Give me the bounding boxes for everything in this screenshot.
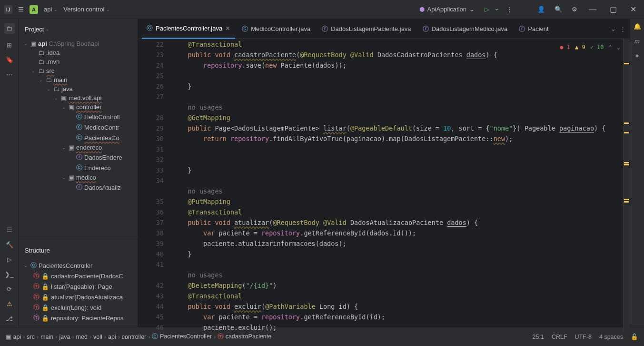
tree-item[interactable]: ⌄▣medico	[21, 173, 136, 182]
file-icon: ⓒ	[147, 24, 153, 32]
vcs-dropdown[interactable]: Version control ⌄	[63, 6, 110, 13]
ai-assistant-icon[interactable]: ✦	[632, 52, 643, 60]
close-button[interactable]: ✕	[626, 5, 640, 14]
structure-item[interactable]: ⓜ🔒atualizar(DadosAtualizaca	[21, 292, 136, 302]
debug-button[interactable]: ⌁	[495, 6, 499, 13]
run-tool-icon[interactable]: ▷	[4, 256, 15, 263]
maven-icon[interactable]: m	[632, 38, 643, 45]
spring-icon: ⬢	[419, 6, 425, 13]
structure-item[interactable]: ⓜ🔒listar(Pageable): Page	[21, 281, 136, 292]
structure-tool-icon[interactable]: ⊞	[4, 41, 15, 49]
indent-info[interactable]: 4 spaces	[599, 334, 623, 340]
breadcrumb-item[interactable]: src	[27, 334, 35, 340]
file-icon: ⓒ	[242, 25, 248, 33]
breadcrumb-item[interactable]: api	[108, 334, 116, 340]
typo-count: ✓ 10	[590, 42, 604, 52]
structure-item[interactable]: ⓜ🔒cadastroPaciente(DadosC	[21, 271, 136, 281]
project-panel-header[interactable]: Project ⌄	[19, 19, 138, 39]
maximize-button[interactable]: ▢	[606, 5, 621, 14]
breadcrumb-item[interactable]: ▣ api	[6, 333, 21, 340]
breadcrumb-item[interactable]: ⓒ PacientesController	[152, 333, 212, 341]
file-encoding[interactable]: UTF-8	[575, 334, 592, 340]
editor-tab[interactable]: ⓡPacient	[514, 19, 553, 39]
error-count: ● 1	[560, 42, 570, 52]
file-icon: ⓡ	[322, 25, 328, 33]
tree-item[interactable]: ⌄🗀java	[21, 84, 136, 93]
tree-item[interactable]: ⌄🗀src	[21, 66, 136, 75]
project-tree[interactable]: ⌄ ▣ api C:\Spring Boot\api 🗀.idea 🗀.mvn⌄…	[19, 39, 138, 240]
structure-item[interactable]: ⓜ🔒excluir(Long): void	[21, 302, 136, 313]
problems-tool-icon[interactable]: ⚠	[4, 300, 15, 307]
git-tool-icon[interactable]: ⎇	[4, 315, 15, 322]
project-name: api	[44, 6, 52, 13]
file-icon: ⓡ	[519, 25, 525, 33]
tree-item[interactable]: ⌄▣endereco	[21, 143, 136, 152]
todo-tool-icon[interactable]: ☰	[4, 226, 15, 234]
tree-item[interactable]: ⌄▣med.voll.api	[21, 93, 136, 102]
structure-item[interactable]: ⓜ🔒repository: PacienteRepos	[21, 313, 136, 323]
tree-item[interactable]: ⓡDadosEndere	[21, 152, 136, 163]
code-editor[interactable]: ● 1 ▲ 9 ✓ 10 ⌃ ⌄ 22232425262728293031323…	[138, 39, 630, 333]
chevron-down-icon: ⌄	[54, 7, 58, 12]
terminal-tool-icon[interactable]: ❯_	[4, 271, 15, 278]
main-menu-icon[interactable]: ☰	[18, 6, 24, 13]
breadcrumb-item[interactable]: main	[40, 334, 53, 340]
project-tool-icon[interactable]: 🗀	[4, 23, 15, 34]
editor-tab[interactable]: ⓒPacientesController.java✕	[142, 19, 235, 39]
warning-count: ▲ 9	[575, 42, 585, 52]
caret-position[interactable]: 25:1	[533, 334, 544, 340]
breadcrumb-item[interactable]: med	[76, 334, 88, 340]
code-with-me-icon[interactable]: 👤	[535, 4, 547, 15]
search-icon[interactable]: 🔍	[553, 4, 564, 15]
more-tool-icon[interactable]: ⋯	[4, 71, 15, 78]
tree-item[interactable]: ⓒEndereco	[21, 163, 136, 173]
editor-tab[interactable]: ⓡDadosListagemMedico.java	[418, 19, 513, 39]
tree-item[interactable]: ⌄🗀main	[21, 75, 136, 84]
inspection-summary[interactable]: ● 1 ▲ 9 ✓ 10 ⌃ ⌄	[560, 42, 620, 52]
breadcrumb-item[interactable]: controller	[122, 334, 146, 340]
tree-item[interactable]: ⓒHelloControll	[21, 112, 136, 122]
readonly-icon[interactable]: 🔓	[631, 333, 638, 340]
tree-item[interactable]: ⓡDadosAtualiz	[21, 182, 136, 193]
marker-stripe[interactable]	[623, 39, 630, 333]
project-dropdown[interactable]: api ⌄	[44, 6, 58, 13]
chevron-down-icon: ⌄	[46, 27, 50, 31]
titlebar: IJ ☰ A api ⌄ Version control ⌄ ⬢ ApiAppl…	[0, 0, 644, 19]
breadcrumb-item[interactable]: ⓜ cadastroPaciente	[218, 333, 271, 341]
breadcrumb-item[interactable]: java	[59, 334, 70, 340]
settings-icon[interactable]: ⚙	[570, 4, 579, 15]
ide-logo: IJ	[4, 5, 12, 14]
tree-item[interactable]: ⌄▣controller	[21, 102, 136, 112]
structure-tree[interactable]: ⌄ ⓒ PacientesController ⓜ🔒cadastroPacien…	[19, 260, 138, 327]
minimize-button[interactable]: —	[585, 5, 600, 14]
line-gutter[interactable]: 2223242526272829303132333435363738394041…	[138, 39, 172, 333]
structure-panel-header[interactable]: Structure	[19, 240, 138, 260]
intention-bulb-icon[interactable]: 💡	[172, 60, 173, 71]
close-tab-icon[interactable]: ✕	[225, 25, 230, 32]
breadcrumbs[interactable]: ▣ api›src›main›java›med›voll›api›control…	[6, 333, 271, 341]
tree-item[interactable]: ⓒMedicoContr	[21, 122, 136, 132]
chevron-down-icon: ⌄	[469, 6, 475, 13]
tree-item[interactable]: 🗀.mvn	[21, 57, 136, 66]
run-button[interactable]: ▷	[485, 6, 489, 13]
code-content[interactable]: @Transactional public void cadastroPacie…	[172, 39, 623, 333]
right-tool-strip: 🔔 m ✦	[630, 19, 644, 327]
services-tool-icon[interactable]: ⟳	[4, 285, 15, 293]
breadcrumb-item[interactable]: voll	[93, 334, 102, 340]
left-tool-strip: 🗀 ⊞ 🔖 ⋯ ☰ 🔨 ▷ ❯_ ⟳ ⚠ ⎇	[0, 19, 19, 327]
tab-more-icon[interactable]: ⋮	[620, 25, 626, 32]
editor-tab[interactable]: ⓡDadosListagemPaciente.java	[317, 19, 416, 39]
bookmarks-tool-icon[interactable]: 🔖	[4, 56, 15, 63]
run-config-dropdown[interactable]: ⬢ ApiApplication ⌄	[415, 4, 479, 15]
line-separator[interactable]: CRLF	[552, 334, 567, 340]
editor-tab[interactable]: ⓒMedicoController.java	[237, 19, 315, 39]
build-tool-icon[interactable]: 🔨	[4, 241, 15, 248]
tree-item[interactable]: ⓒPacientesCo	[21, 132, 136, 143]
project-badge: A	[30, 5, 38, 14]
more-actions-icon[interactable]: ⋮	[505, 4, 515, 15]
tab-dropdown-icon[interactable]: ⌄	[611, 25, 616, 32]
tree-item[interactable]: 🗀.idea	[21, 48, 136, 57]
chevron-down-icon: ⌄	[106, 7, 110, 12]
structure-panel-title: Structure	[25, 247, 50, 254]
notifications-icon[interactable]: 🔔	[632, 23, 643, 30]
